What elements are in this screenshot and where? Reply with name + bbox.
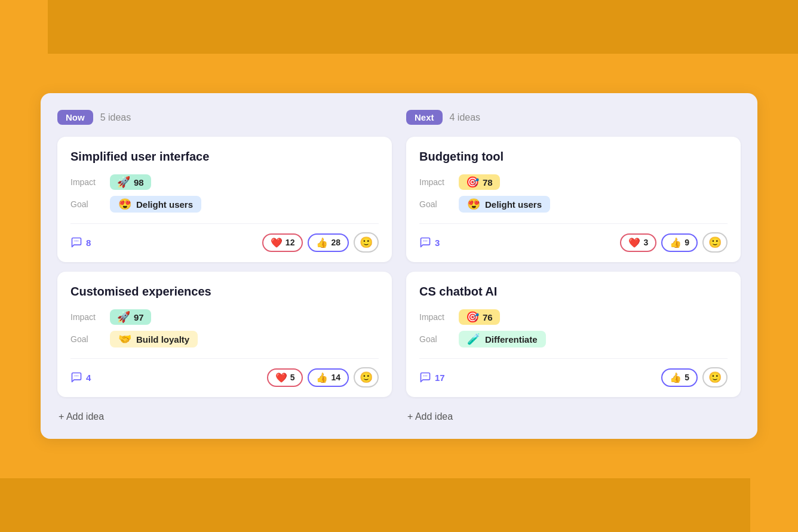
column-header: Next4 ideas bbox=[406, 110, 741, 125]
impact-value: 78 bbox=[483, 177, 493, 187]
idea-card-cs-chatbot: CS chatbot AIImpact🎯76Goal🧪Differentiate… bbox=[406, 272, 741, 397]
comment-icon bbox=[419, 236, 431, 248]
goal-row: Goal😍Delight users bbox=[419, 196, 728, 213]
goal-row: Goal🧪Differentiate bbox=[419, 331, 728, 348]
reactions: ❤️5👍14🙂 bbox=[267, 367, 379, 388]
goal-emoji: 😍 bbox=[467, 199, 480, 210]
goal-label: Goal bbox=[419, 199, 450, 209]
goal-badge: 😍Delight users bbox=[110, 196, 201, 213]
impact-row: Impact🎯76 bbox=[419, 309, 728, 325]
impact-row: Impact🎯78 bbox=[419, 174, 728, 190]
comment-count: 17 bbox=[419, 371, 445, 383]
impact-row: Impact🚀98 bbox=[70, 174, 379, 190]
comment-icon bbox=[419, 371, 431, 383]
thumbs-reaction-button[interactable]: 👍5 bbox=[661, 368, 698, 387]
heart-icon: ❤️ bbox=[271, 237, 283, 248]
card-footer: 4❤️5👍14🙂 bbox=[70, 358, 379, 388]
comment-count: 3 bbox=[419, 236, 440, 248]
heart-reaction-button[interactable]: ❤️3 bbox=[620, 233, 656, 252]
impact-emoji: 🎯 bbox=[466, 312, 479, 322]
goal-row: Goal😍Delight users bbox=[70, 196, 379, 213]
add-idea-button[interactable]: + Add idea bbox=[57, 407, 392, 422]
thumbs-icon: 👍 bbox=[670, 237, 682, 248]
smiley-icon: 🙂 bbox=[360, 371, 373, 384]
add-idea-button[interactable]: + Add idea bbox=[406, 407, 741, 422]
goal-emoji: 😍 bbox=[118, 199, 131, 210]
idea-meta: Impact🎯76Goal🧪Differentiate bbox=[419, 309, 728, 348]
card-footer: 3❤️3👍9🙂 bbox=[419, 223, 728, 253]
impact-label: Impact bbox=[419, 177, 450, 187]
goal-emoji: 🧪 bbox=[467, 334, 480, 345]
heart-count: 3 bbox=[643, 238, 648, 247]
smiley-icon: 🙂 bbox=[360, 236, 373, 249]
idea-title: Simplified user interface bbox=[70, 150, 379, 164]
impact-value: 76 bbox=[483, 312, 493, 322]
column-now: Now5 ideasSimplified user interfaceImpac… bbox=[57, 110, 392, 422]
idea-meta: Impact🎯78Goal😍Delight users bbox=[419, 174, 728, 213]
idea-title: Budgeting tool bbox=[419, 150, 728, 164]
impact-row: Impact🚀97 bbox=[70, 309, 379, 325]
idea-title: Customised experiences bbox=[70, 285, 379, 299]
heart-reaction-button[interactable]: ❤️5 bbox=[267, 368, 303, 387]
idea-meta: Impact🚀97Goal🤝Build loyalty bbox=[70, 309, 379, 348]
thumbs-count: 9 bbox=[685, 238, 689, 247]
goal-text: Delight users bbox=[136, 199, 193, 210]
comment-number: 4 bbox=[86, 373, 91, 383]
impact-badge: 🚀97 bbox=[110, 309, 151, 325]
goal-text: Differentiate bbox=[485, 334, 538, 345]
impact-badge: 🎯78 bbox=[459, 174, 500, 190]
idea-card-budgeting-tool: Budgeting toolImpact🎯78Goal😍Delight user… bbox=[406, 137, 741, 262]
card-footer: 8❤️12👍28🙂 bbox=[70, 223, 379, 253]
impact-badge: 🎯76 bbox=[459, 309, 500, 325]
heart-reaction-button[interactable]: ❤️12 bbox=[262, 233, 303, 252]
impact-emoji: 🎯 bbox=[466, 177, 479, 187]
goal-emoji: 🤝 bbox=[118, 334, 131, 345]
main-board: Now5 ideasSimplified user interfaceImpac… bbox=[41, 93, 757, 439]
ideas-count: 5 ideas bbox=[100, 112, 131, 123]
emoji-react-button[interactable]: 🙂 bbox=[354, 367, 379, 388]
impact-badge: 🚀98 bbox=[110, 174, 151, 190]
goal-text: Delight users bbox=[485, 199, 542, 210]
impact-label: Impact bbox=[70, 177, 102, 187]
badge-now: Now bbox=[57, 110, 93, 125]
impact-value: 98 bbox=[134, 177, 144, 187]
ideas-count: 4 ideas bbox=[450, 112, 481, 123]
card-footer: 17👍5🙂 bbox=[419, 358, 728, 388]
thumbs-reaction-button[interactable]: 👍14 bbox=[308, 368, 349, 387]
goal-label: Goal bbox=[70, 199, 102, 209]
goal-label: Goal bbox=[419, 334, 450, 344]
emoji-react-button[interactable]: 🙂 bbox=[354, 232, 379, 253]
column-header: Now5 ideas bbox=[57, 110, 392, 125]
comment-number: 3 bbox=[435, 238, 440, 248]
emoji-react-button[interactable]: 🙂 bbox=[702, 232, 728, 253]
idea-meta: Impact🚀98Goal😍Delight users bbox=[70, 174, 379, 213]
emoji-react-button[interactable]: 🙂 bbox=[702, 367, 728, 388]
impact-value: 97 bbox=[134, 312, 144, 322]
heart-icon: ❤️ bbox=[628, 237, 640, 248]
badge-next: Next bbox=[406, 110, 443, 125]
goal-label: Goal bbox=[70, 334, 102, 344]
comment-count: 8 bbox=[70, 236, 91, 248]
smiley-icon: 🙂 bbox=[708, 371, 722, 384]
thumbs-reaction-button[interactable]: 👍9 bbox=[661, 233, 698, 252]
thumbs-count: 5 bbox=[685, 373, 689, 382]
impact-label: Impact bbox=[70, 312, 102, 322]
impact-label: Impact bbox=[419, 312, 450, 322]
thumbs-count: 14 bbox=[331, 373, 340, 382]
goal-badge: 🧪Differentiate bbox=[459, 331, 546, 348]
idea-card-simplified-ui: Simplified user interfaceImpact🚀98Goal😍D… bbox=[57, 137, 392, 262]
impact-emoji: 🚀 bbox=[117, 177, 130, 187]
thumbs-icon: 👍 bbox=[670, 372, 682, 383]
comment-number: 17 bbox=[435, 373, 445, 383]
heart-icon: ❤️ bbox=[275, 372, 287, 383]
reactions: ❤️3👍9🙂 bbox=[620, 232, 728, 253]
goal-text: Build loyalty bbox=[136, 334, 189, 345]
thumbs-icon: 👍 bbox=[316, 237, 328, 248]
thumbs-reaction-button[interactable]: 👍28 bbox=[308, 233, 349, 252]
impact-emoji: 🚀 bbox=[117, 312, 130, 322]
comment-icon bbox=[70, 236, 82, 248]
reactions: ❤️12👍28🙂 bbox=[262, 232, 379, 253]
goal-badge: 😍Delight users bbox=[459, 196, 550, 213]
goal-row: Goal🤝Build loyalty bbox=[70, 331, 379, 348]
idea-card-customised-exp: Customised experiencesImpact🚀97Goal🤝Buil… bbox=[57, 272, 392, 397]
